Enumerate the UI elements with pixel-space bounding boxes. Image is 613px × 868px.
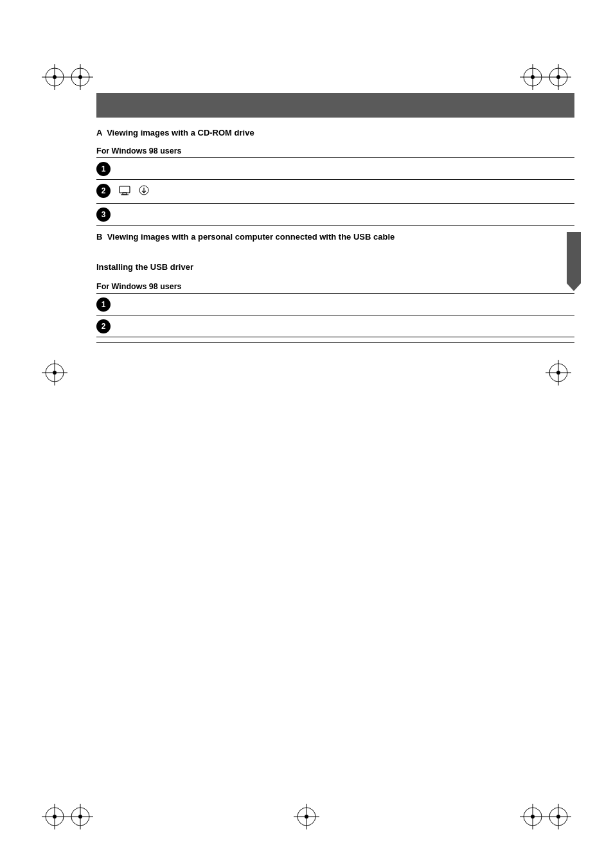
- section-a-label: A: [96, 128, 102, 137]
- usb-step-1: 1: [96, 294, 574, 315]
- step-number-2: 2: [96, 184, 111, 198]
- usb-step-2: 2: [96, 315, 574, 337]
- usb-step-number-1: 1: [96, 297, 111, 312]
- usb-heading: Installing the USB driver: [96, 262, 574, 272]
- install-icon: [138, 184, 150, 200]
- computer-icon: [118, 186, 131, 200]
- step-number-1: 1: [96, 162, 111, 176]
- reg-mark-br2: [520, 804, 546, 829]
- section-b-title: Viewing images with a personal computer …: [107, 232, 395, 242]
- step-1-content: [116, 161, 574, 163]
- section-a-step-2: 2: [96, 180, 574, 204]
- usb-step-2-content: [116, 319, 574, 320]
- usb-step-number-2: 2: [96, 319, 111, 333]
- reg-mark-ml: [42, 360, 67, 385]
- header-bar: [96, 93, 574, 118]
- reg-mark-bc: [294, 804, 319, 829]
- reg-mark-tr2: [520, 64, 546, 90]
- content-area: A Viewing images with a CD-ROM drive For…: [96, 93, 574, 343]
- step-3-content: [116, 207, 574, 208]
- side-tab: [567, 232, 581, 283]
- svg-rect-44: [120, 186, 130, 193]
- reg-mark-mr: [546, 360, 571, 385]
- step-number-3: 3: [96, 208, 111, 222]
- usb-step-1-content: [116, 297, 574, 298]
- page: A Viewing images with a CD-ROM drive For…: [0, 0, 613, 868]
- usb-windows98-heading: For Windows 98 users: [96, 282, 574, 294]
- reg-mark-tr1: [546, 64, 571, 90]
- reg-mark-tl1: [42, 64, 67, 90]
- section-a-step-1: 1: [96, 158, 574, 180]
- section-b-heading: B Viewing images with a personal compute…: [96, 232, 574, 242]
- usb-section: Installing the USB driver For Windows 98…: [96, 262, 574, 343]
- section-a-heading: A Viewing images with a CD-ROM drive: [96, 128, 574, 137]
- section-b-label: B: [96, 232, 102, 242]
- section-a-windows98-heading: For Windows 98 users: [96, 146, 574, 158]
- reg-mark-bl1: [42, 804, 67, 829]
- side-tab-arrow: [567, 283, 581, 291]
- reg-mark-br1: [546, 804, 571, 829]
- reg-mark-bl2: [67, 804, 93, 829]
- section-b-container: B Viewing images with a personal compute…: [96, 232, 574, 242]
- reg-mark-tl2: [67, 64, 93, 90]
- section-a-step-3: 3: [96, 204, 574, 226]
- step-2-content: [116, 183, 574, 200]
- bottom-separator: [96, 342, 574, 343]
- section-a-title: Viewing images with a CD-ROM drive: [107, 128, 254, 137]
